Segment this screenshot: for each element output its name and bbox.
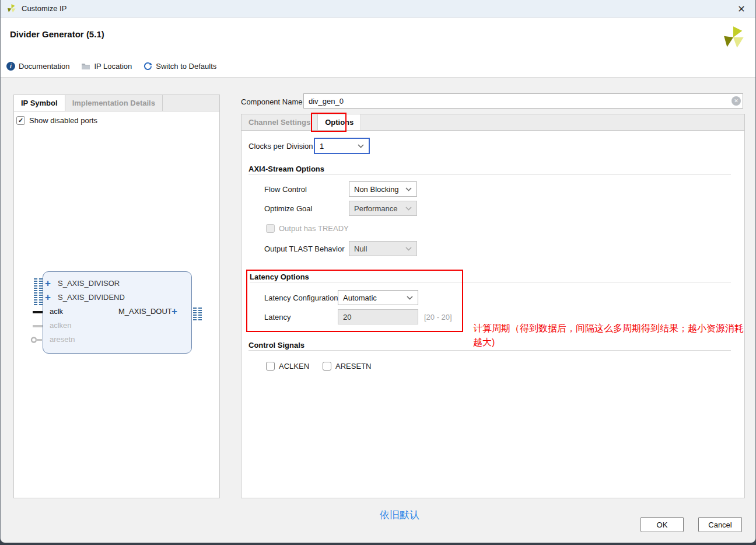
port-aclken: aclken bbox=[50, 321, 72, 330]
output-has-tready-row: Output has TREADY bbox=[266, 224, 349, 233]
reset-stub-icon bbox=[30, 336, 43, 344]
right-tabstrip: Channel Settings Options bbox=[241, 114, 745, 131]
annotation-note-line2: 越大) bbox=[473, 336, 495, 350]
chevron-down-icon bbox=[405, 247, 412, 251]
xilinx-logo bbox=[722, 26, 745, 49]
annotation-note-line1: 计算周期（得到数据后，间隔这么多周期得到结果；越小资源消耗 bbox=[473, 322, 744, 336]
control-signals-section-title: Control Signals bbox=[249, 341, 304, 350]
cancel-button-label: Cancel bbox=[708, 520, 732, 529]
chevron-down-icon bbox=[405, 207, 412, 211]
port-s-axis-divisor: S_AXIS_DIVISOR bbox=[58, 279, 120, 288]
info-icon: i bbox=[6, 62, 15, 71]
output-tlast-label: Output TLAST Behavior bbox=[264, 244, 345, 253]
xilinx-logo-icon bbox=[6, 4, 16, 13]
latency-configuration-select[interactable]: Automatic bbox=[338, 290, 418, 305]
tab-channel-settings[interactable]: Channel Settings bbox=[242, 114, 318, 130]
expand-port-icon[interactable]: + bbox=[172, 306, 177, 316]
output-tlast-value: Null bbox=[354, 244, 367, 253]
page-title: Divider Generator (5.1) bbox=[10, 29, 104, 39]
window-title: Customize IP bbox=[22, 4, 66, 13]
latency-label: Latency bbox=[264, 313, 291, 322]
section-divider bbox=[249, 350, 731, 351]
clocks-per-division-value: 1 bbox=[320, 142, 324, 151]
dialog-header: Divider Generator (5.1) i Documentation … bbox=[1, 18, 755, 78]
optimize-goal-select: Performance bbox=[349, 201, 417, 216]
aclken-checkbox[interactable] bbox=[266, 362, 275, 371]
switch-to-defaults-button[interactable]: Switch to Defaults bbox=[144, 62, 216, 71]
port-s-axis-dividend: S_AXIS_DIVIDEND bbox=[58, 293, 125, 302]
component-name-input[interactable] bbox=[303, 93, 743, 109]
toolbar: i Documentation IP Location Switch to De… bbox=[6, 62, 228, 71]
show-disabled-ports-row: ✓ Show disabled ports bbox=[16, 116, 97, 125]
refresh-icon bbox=[144, 62, 152, 71]
folder-icon bbox=[81, 62, 90, 70]
expand-port-icon[interactable]: + bbox=[45, 292, 51, 302]
aresetn-checkbox[interactable] bbox=[323, 362, 331, 371]
options-panel bbox=[241, 131, 745, 498]
latency-range-hint: [20 - 20] bbox=[424, 313, 452, 322]
latency-value: 20 bbox=[343, 313, 351, 322]
tab-ip-symbol[interactable]: IP Symbol bbox=[14, 95, 65, 111]
chevron-down-icon bbox=[407, 296, 413, 300]
port-aclk: aclk bbox=[50, 307, 63, 316]
clocks-per-division-select[interactable]: 1 bbox=[314, 138, 370, 154]
port-aresetn: aresetn bbox=[50, 335, 75, 344]
tab-implementation-details[interactable]: Implementation Details bbox=[65, 95, 163, 111]
section-divider bbox=[249, 174, 731, 174]
aresetn-label: ARESETN bbox=[335, 362, 371, 371]
aclken-row: ACLKEN bbox=[266, 362, 309, 371]
documentation-label: Documentation bbox=[19, 62, 69, 71]
axis-bus-icon bbox=[193, 308, 202, 320]
show-disabled-ports-label: Show disabled ports bbox=[29, 116, 97, 125]
tab-options-label: Options bbox=[325, 118, 354, 127]
optimize-goal-label: Optimize Goal bbox=[264, 204, 312, 213]
customize-ip-dialog: Customize IP ✕ Divider Generator (5.1) i… bbox=[0, 0, 756, 543]
output-has-tready-label: Output has TREADY bbox=[279, 224, 349, 233]
switch-to-defaults-label: Switch to Defaults bbox=[156, 62, 216, 71]
ip-location-button[interactable]: IP Location bbox=[81, 62, 132, 71]
clocks-per-division-label: Clocks per Division bbox=[249, 142, 313, 151]
axis-bus-icon bbox=[34, 278, 43, 292]
ip-location-label: IP Location bbox=[94, 62, 132, 71]
expand-port-icon[interactable]: + bbox=[45, 278, 51, 288]
latency-input: 20 bbox=[338, 309, 418, 324]
flow-control-select[interactable]: Non Blocking bbox=[349, 181, 417, 197]
latency-section-title: Latency Options bbox=[250, 272, 309, 281]
axis-bus-icon bbox=[34, 292, 43, 306]
ok-button[interactable]: OK bbox=[640, 517, 684, 532]
tab-channel-settings-label: Channel Settings bbox=[249, 118, 310, 127]
clken-stub-icon bbox=[33, 325, 43, 327]
left-tabstrip: IP Symbol Implementation Details bbox=[13, 95, 220, 111]
axi4-section-title: AXI4-Stream Options bbox=[249, 165, 324, 173]
tab-options[interactable]: Options bbox=[318, 114, 361, 130]
clear-field-icon[interactable]: ✕ bbox=[732, 96, 741, 106]
component-name-label: Component Name bbox=[241, 97, 303, 106]
clock-stub-icon bbox=[33, 311, 43, 313]
latency-configuration-value: Automatic bbox=[343, 294, 377, 302]
optimize-goal-value: Performance bbox=[354, 204, 397, 213]
chevron-down-icon bbox=[358, 144, 364, 148]
latency-configuration-label: Latency Configuration bbox=[264, 294, 338, 302]
tab-implementation-details-label: Implementation Details bbox=[72, 99, 155, 107]
port-m-axis-dout: M_AXIS_DOUT bbox=[118, 307, 169, 316]
aresetn-row: ARESETN bbox=[323, 362, 371, 371]
show-disabled-ports-checkbox[interactable]: ✓ bbox=[16, 116, 25, 125]
chevron-down-icon bbox=[405, 187, 412, 191]
ok-button-label: OK bbox=[657, 520, 668, 529]
close-icon[interactable]: ✕ bbox=[734, 2, 748, 16]
cancel-button[interactable]: Cancel bbox=[698, 517, 742, 532]
documentation-button[interactable]: i Documentation bbox=[6, 62, 69, 71]
flow-control-value: Non Blocking bbox=[354, 185, 399, 194]
footer-note: 依旧默认 bbox=[380, 508, 419, 522]
output-has-tready-checkbox bbox=[266, 224, 275, 233]
section-divider bbox=[250, 282, 731, 282]
titlebar: Customize IP ✕ bbox=[1, 0, 755, 18]
output-tlast-select: Null bbox=[349, 241, 417, 256]
aclken-label: ACLKEN bbox=[279, 362, 309, 371]
flow-control-label: Flow Control bbox=[264, 185, 307, 194]
tab-ip-symbol-label: IP Symbol bbox=[21, 99, 58, 107]
